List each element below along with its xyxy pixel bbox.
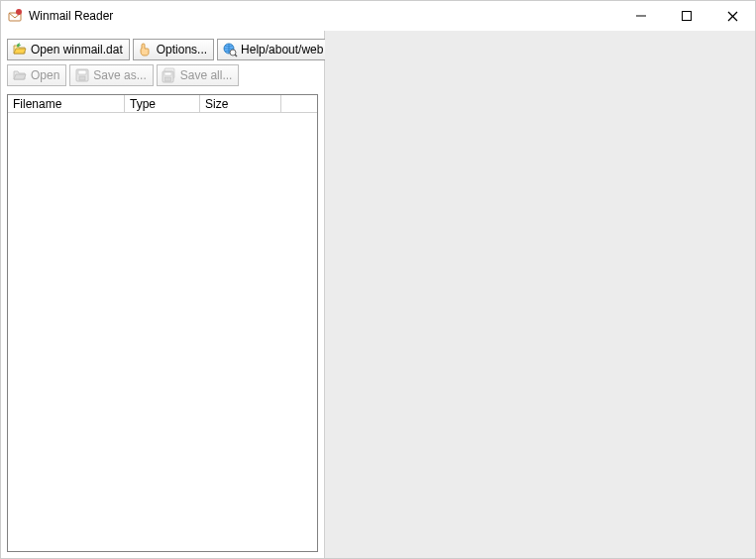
column-filename-label: Filename: [13, 97, 61, 111]
app-title: Winmail Reader: [29, 9, 113, 23]
column-type-label: Type: [130, 97, 156, 111]
column-type[interactable]: Type: [125, 95, 200, 112]
app-icon: [7, 8, 23, 24]
open-button: Open: [7, 64, 66, 86]
open-winmail-label: Open winmail.dat: [31, 43, 123, 56]
column-size-label: Size: [205, 97, 228, 111]
content: Open winmail.dat Options...: [1, 31, 755, 558]
folder-open-icon: [12, 42, 28, 57]
options-button[interactable]: Options...: [133, 39, 214, 60]
globe-search-icon: [222, 42, 238, 57]
list-header: Filename Type Size: [8, 95, 317, 113]
help-button[interactable]: Help/about/web: [217, 39, 330, 60]
preview-pane: [325, 31, 755, 558]
floppy-gray-icon: [74, 67, 90, 83]
folder-open-gray-icon: [12, 67, 28, 83]
toolbar-primary: Open winmail.dat Options...: [7, 39, 318, 60]
column-size[interactable]: Size: [200, 95, 281, 112]
maximize-button[interactable]: [664, 1, 709, 31]
save-as-button: Save as...: [69, 64, 153, 86]
svg-rect-3: [683, 12, 692, 21]
svg-rect-11: [79, 76, 85, 80]
left-pane: Open winmail.dat Options...: [1, 31, 325, 558]
svg-rect-15: [164, 77, 170, 81]
titlebar: Winmail Reader: [1, 1, 755, 31]
column-spacer: [281, 95, 317, 112]
column-filename[interactable]: Filename: [8, 95, 125, 112]
svg-line-8: [235, 55, 237, 56]
window-controls: [618, 1, 755, 31]
svg-rect-10: [78, 70, 86, 74]
save-all-label: Save all...: [180, 68, 233, 82]
hand-point-icon: [138, 42, 154, 57]
minimize-button[interactable]: [618, 1, 664, 31]
options-label: Options...: [157, 43, 207, 56]
save-as-label: Save as...: [93, 68, 146, 82]
list-body: [8, 113, 317, 551]
close-button[interactable]: [709, 1, 755, 31]
svg-point-1: [16, 9, 22, 15]
help-label: Help/about/web: [241, 43, 323, 56]
open-winmail-button[interactable]: Open winmail.dat: [7, 39, 130, 60]
save-all-button: Save all...: [157, 64, 240, 86]
open-label: Open: [31, 68, 59, 82]
toolbar-secondary: Open Save as...: [7, 64, 318, 86]
app-window: Winmail Reader: [0, 0, 756, 559]
svg-rect-14: [164, 72, 171, 75]
floppy-multi-gray-icon: [162, 67, 177, 83]
attachment-list[interactable]: Filename Type Size: [7, 94, 318, 552]
